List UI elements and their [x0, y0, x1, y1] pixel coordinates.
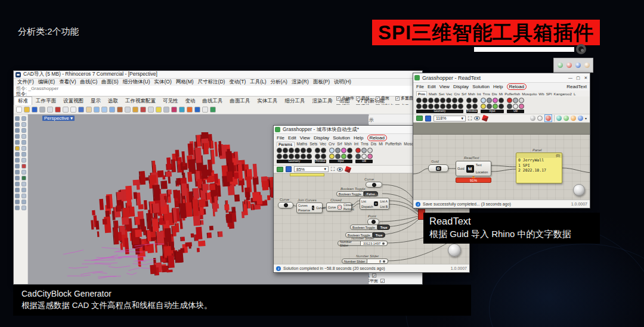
- component-icon[interactable]: [295, 154, 300, 159]
- toolbar-icon[interactable]: [156, 107, 162, 113]
- component-icon[interactable]: [452, 104, 457, 109]
- gh-category-tab[interactable]: Dis: [492, 92, 497, 96]
- toolbar-icon[interactable]: [117, 107, 123, 113]
- side-toolbar-icon[interactable]: [21, 158, 26, 163]
- zoom-extents-icon[interactable]: ⛶: [468, 116, 472, 122]
- gh-menu-item[interactable]: View: [300, 135, 310, 141]
- toolbar-icon[interactable]: [194, 107, 200, 113]
- toolbar-icon[interactable]: [47, 107, 53, 113]
- gh-category-tab[interactable]: Prm: [416, 91, 427, 96]
- toolbar-icon[interactable]: [179, 107, 185, 113]
- palette-group-label[interactable]: Input: [329, 160, 352, 163]
- palette-group-label[interactable]: Geometry: [416, 110, 463, 113]
- rhino-toolbar-tab[interactable]: 实体工具: [254, 97, 281, 105]
- rhino-toolbar-tab[interactable]: 曲线工具: [199, 97, 227, 105]
- component-icon[interactable]: [446, 98, 451, 103]
- component-icon[interactable]: [458, 104, 463, 109]
- component-icon[interactable]: [428, 98, 434, 103]
- rhino-menu-item[interactable]: 渲染(R): [292, 79, 309, 86]
- component-icon[interactable]: [295, 148, 300, 153]
- side-toolbar-icon[interactable]: [15, 200, 20, 204]
- gh-category-tab[interactable]: Srf: [462, 92, 466, 96]
- rhino-toolbar-tab[interactable]: 工作视窗配置: [122, 97, 159, 105]
- component-icon[interactable]: [306, 154, 312, 159]
- sphere-icon[interactable]: [578, 116, 583, 121]
- gh-category-tab[interactable]: Params: [277, 142, 295, 147]
- slider-grip[interactable]: [382, 242, 385, 245]
- gh-category-tab[interactable]: L: [574, 92, 575, 96]
- rhino-menu-item[interactable]: 查看(V): [59, 79, 76, 86]
- side-toolbar-icon[interactable]: [15, 176, 20, 180]
- side-toolbar-icon[interactable]: [15, 170, 20, 175]
- toolbar-icon[interactable]: [55, 107, 61, 113]
- rhino-toolbar-tab[interactable]: 细分工具: [281, 97, 309, 105]
- toolbar-icon[interactable]: [70, 107, 76, 113]
- viewport-label-chip[interactable]: Perspective ▾: [42, 116, 75, 121]
- component-icon[interactable]: [416, 98, 422, 103]
- toggle-value[interactable]: True: [377, 225, 391, 230]
- side-toolbar-icon[interactable]: [15, 182, 20, 186]
- component-icon[interactable]: [466, 104, 472, 109]
- component-icon[interactable]: [472, 104, 478, 109]
- component-icon[interactable]: [434, 98, 439, 103]
- gh-menu-item[interactable]: Edit: [288, 135, 296, 141]
- rhino-toolbar-tab[interactable]: 可见性: [159, 97, 182, 105]
- component-icon[interactable]: [466, 98, 472, 103]
- preview-eye-icon[interactable]: [474, 116, 480, 120]
- component-icon[interactable]: [481, 98, 486, 103]
- gh-category-tab[interactable]: Msh: [344, 142, 351, 146]
- gh-category-tab[interactable]: Mi: [499, 92, 503, 96]
- component-icon[interactable]: [306, 148, 312, 153]
- zoom-extents-icon[interactable]: ⛶: [331, 166, 335, 172]
- gh-category-tab[interactable]: Math: [429, 92, 437, 96]
- rhino-toolbar-tab[interactable]: 工作平面: [32, 97, 60, 105]
- component-icon[interactable]: [507, 104, 512, 109]
- gh-category-tab[interactable]: Msh: [468, 92, 475, 96]
- component-icon[interactable]: [519, 98, 524, 103]
- component-icon[interactable]: [329, 148, 335, 153]
- number-slider-node[interactable]: Number Slider 33123.1497: [338, 241, 388, 246]
- gh-category-tab[interactable]: Vec: [446, 92, 452, 96]
- component-icon[interactable]: [277, 154, 282, 159]
- maximize-button[interactable]: ▢: [574, 76, 582, 80]
- gh-category-tab[interactable]: Mosquito: [522, 92, 537, 96]
- gh-menu-item[interactable]: Edit: [428, 84, 436, 89]
- side-toolbar-icon[interactable]: [15, 122, 20, 127]
- component-icon[interactable]: [513, 98, 518, 103]
- gh-category-tab[interactable]: Sets: [309, 142, 317, 146]
- gh-category-tab[interactable]: Trns: [483, 92, 490, 96]
- toolbar-icon[interactable]: [16, 107, 22, 113]
- wireframe-preview-icon[interactable]: [537, 116, 543, 121]
- gh-category-tab[interactable]: Maths: [297, 142, 308, 146]
- rhino-menu-item[interactable]: 曲线(C): [80, 79, 98, 86]
- toolbar-icon[interactable]: [210, 107, 216, 113]
- side-toolbar-icon[interactable]: [15, 194, 20, 198]
- side-toolbar-icon[interactable]: [15, 158, 20, 163]
- component-icon[interactable]: [341, 148, 346, 153]
- gh-menu-item[interactable]: File: [416, 84, 424, 89]
- side-toolbar-icon[interactable]: [21, 188, 26, 192]
- rhino-menu-item[interactable]: 工具(L): [250, 79, 266, 86]
- side-toolbar-icon[interactable]: [21, 140, 26, 145]
- component-icon[interactable]: [416, 104, 422, 109]
- selected-preview-mode[interactable]: [544, 114, 552, 122]
- toolbar-icon[interactable]: [32, 107, 38, 113]
- chevron-down-icon[interactable]: ▾: [585, 116, 587, 120]
- guid-param-node[interactable]: ID: [428, 164, 448, 172]
- side-toolbar-icon[interactable]: [21, 122, 26, 127]
- component-icon[interactable]: [487, 104, 492, 109]
- component-icon[interactable]: [341, 154, 346, 159]
- close-button[interactable]: ✕: [582, 76, 590, 80]
- component-icon[interactable]: [499, 98, 504, 103]
- join-curves-node[interactable]: Curves Preserve ∿ Curves: [296, 203, 323, 213]
- sketch-pen-icon[interactable]: [482, 115, 489, 122]
- toolbar-icon[interactable]: [132, 107, 138, 113]
- rhino-menu-item[interactable]: 尺寸标注(D): [198, 79, 225, 86]
- filter-checkbox[interactable]: ✓ 点物件: [336, 95, 356, 101]
- zoom-select[interactable]: 85% ▾: [294, 166, 329, 172]
- side-toolbar-icon[interactable]: [15, 205, 20, 210]
- component-icon[interactable]: [519, 104, 524, 109]
- canvas-compass[interactable]: [448, 244, 461, 257]
- zoom-select[interactable]: 118% ▾: [434, 116, 466, 122]
- gh-category-tab[interactable]: Crv: [329, 142, 335, 146]
